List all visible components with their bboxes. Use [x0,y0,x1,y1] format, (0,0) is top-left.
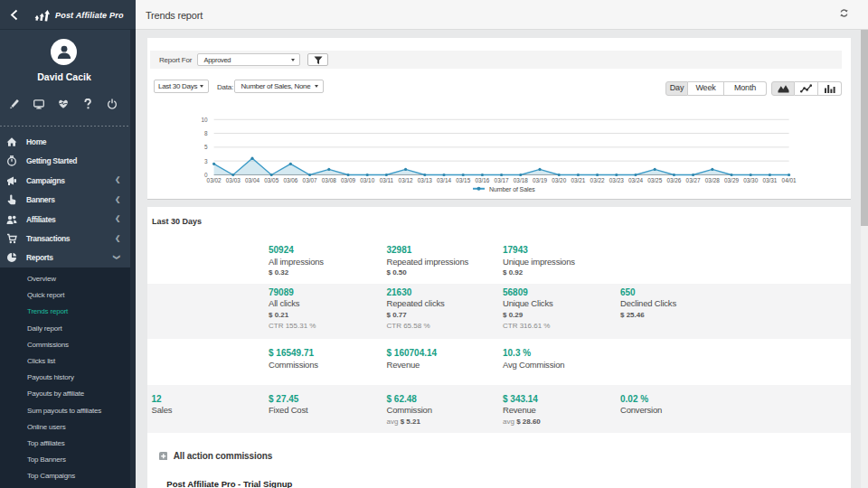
svg-text:03/15: 03/15 [456,177,470,183]
svg-text:03/31: 03/31 [762,177,777,183]
svg-text:Number of Sales: Number of Sales [489,186,535,192]
svg-text:03/02: 03/02 [207,177,222,183]
svg-text:03/10: 03/10 [360,177,374,183]
svg-text:03/13: 03/13 [418,177,432,183]
svg-text:03/20: 03/20 [552,177,566,183]
svg-text:03/03: 03/03 [226,177,241,183]
svg-text:03/22: 03/22 [590,177,605,183]
svg-text:03/07: 03/07 [303,177,317,183]
svg-text:03/25: 03/25 [647,177,662,183]
svg-text:03/08: 03/08 [322,177,336,183]
svg-text:03/30: 03/30 [743,177,758,183]
svg-text:03/06: 03/06 [283,177,297,183]
svg-text:03/17: 03/17 [495,177,509,183]
svg-text:10: 10 [201,117,208,123]
svg-text:5: 5 [204,144,208,150]
svg-text:03/14: 03/14 [437,177,451,183]
svg-text:03/24: 03/24 [628,177,643,183]
svg-text:03/29: 03/29 [724,177,739,183]
svg-text:3: 3 [204,158,208,164]
svg-text:03/23: 03/23 [609,177,624,183]
svg-text:04/01: 04/01 [782,177,797,183]
svg-text:03/05: 03/05 [264,177,278,183]
svg-text:03/16: 03/16 [475,177,489,183]
svg-text:8: 8 [204,130,208,136]
svg-text:03/09: 03/09 [341,177,355,183]
svg-text:03/27: 03/27 [686,177,701,183]
svg-text:03/18: 03/18 [514,177,528,183]
svg-text:03/19: 03/19 [533,177,547,183]
svg-text:03/26: 03/26 [666,177,681,183]
svg-text:03/28: 03/28 [705,177,720,183]
svg-text:03/21: 03/21 [571,177,585,183]
svg-text:03/12: 03/12 [399,177,413,183]
svg-text:03/11: 03/11 [380,177,394,183]
svg-text:03/04: 03/04 [245,177,259,183]
